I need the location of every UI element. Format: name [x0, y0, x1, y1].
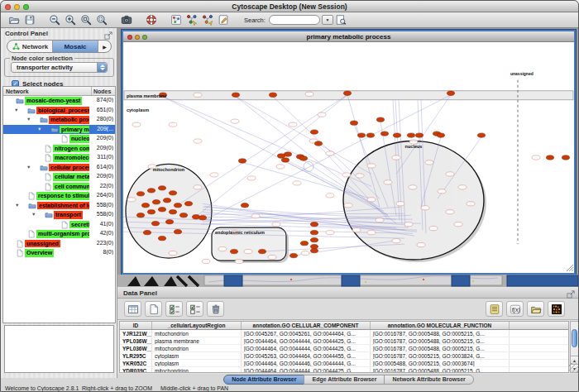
select-attributes-icon[interactable]: [165, 301, 183, 317]
table-row[interactable]: YDR039C__1mitochondrion[GO:0044464, GO:0…: [120, 367, 568, 373]
cytoscape-window: Cytoscape Desktop (New Session) Search: …: [0, 0, 579, 392]
attribute-table-icon[interactable]: [124, 301, 141, 317]
expand-arrow-icon[interactable]: ▼: [37, 127, 41, 131]
status-bar: Welcome to Cytoscape 2.8.1Right-click + …: [1, 385, 578, 392]
tree-row[interactable]: multi-organism pro42(0): [3, 229, 115, 239]
birdseye-view-panel[interactable]: [4, 325, 114, 373]
tree-row[interactable]: ▼establishment of lo558(0): [3, 201, 115, 211]
formula-icon[interactable]: f(x): [506, 301, 524, 317]
tree-row-count: 8(0): [84, 249, 113, 255]
matrix-icon[interactable]: [548, 301, 565, 317]
scrollbar-thumb[interactable]: [572, 329, 577, 347]
file-icon: [44, 154, 52, 162]
search-advanced-icon[interactable]: [333, 13, 348, 26]
expand-arrow-icon[interactable]: ▼: [14, 108, 18, 112]
tree-row[interactable]: ▼biological_process651(0): [3, 106, 115, 116]
table-row[interactable]: YJR121W__1mitochondrion[GO:0045267, GO:0…: [120, 330, 568, 337]
help-icon[interactable]: [143, 13, 159, 27]
expand-arrow-icon[interactable]: ▼: [26, 117, 31, 122]
tree-row-label: multi-organism pro: [36, 230, 89, 238]
tree-row[interactable]: macromolecule311(0): [3, 153, 115, 163]
file-icon: [27, 230, 36, 238]
zoom-in-icon[interactable]: [62, 13, 78, 27]
float-panel-icon[interactable]: [103, 29, 113, 38]
table-cell: [GO:0044464, GO:0044444, GO:0044425, G..…: [242, 367, 371, 373]
browser-tab[interactable]: Node Attribute Browser: [223, 375, 304, 385]
attribute-table-header[interactable]: ID_cellularLayoutRegionannotation.GO CEL…: [120, 322, 568, 330]
svg-text:unassigned: unassigned: [510, 71, 534, 76]
table-cell: [GO:0044464, GO:0044444, GO:0044425, G..…: [242, 337, 371, 344]
network-export-icon[interactable]: [199, 13, 215, 27]
column-header[interactable]: _cellularLayoutRegion: [152, 322, 242, 329]
tab-network[interactable]: Network: [7, 41, 53, 52]
expand-arrow-icon[interactable]: ▼: [31, 212, 36, 217]
table-cell-filler: [510, 345, 568, 351]
annotation-icon[interactable]: [215, 13, 231, 27]
node-color-attribute-select[interactable]: transporter activity: [11, 62, 108, 73]
tree-column-network[interactable]: Network: [3, 87, 91, 95]
tree-row[interactable]: secretion41(0): [3, 220, 115, 230]
search-input[interactable]: [269, 15, 320, 25]
layout-icon[interactable]: [168, 13, 184, 27]
table-row[interactable]: YPL036W__1mitochondrion[GO:0044464, GO:0…: [120, 345, 568, 352]
file-icon: [27, 192, 36, 200]
tab-overflow-arrow[interactable]: ▶: [98, 41, 111, 52]
network-import-icon[interactable]: [184, 13, 199, 27]
tree-row-count: 223(0): [84, 240, 113, 246]
tree-row[interactable]: response to stimulu264(0): [3, 191, 115, 201]
tree-row-count: 209(0): [84, 173, 113, 179]
file-icon: [16, 249, 24, 257]
attribute-table[interactable]: ID_cellularLayoutRegionannotation.GO CEL…: [119, 321, 569, 373]
import-attributes-icon[interactable]: [527, 301, 544, 317]
tree-row[interactable]: mosaic-demo-yeast874(0): [3, 96, 115, 106]
tree-row[interactable]: cell communicat22(0): [3, 182, 115, 192]
tree-row[interactable]: cellular metabo209(0): [3, 172, 115, 182]
network-canvas[interactable]: plasma membranecytoplasmmitochondrionnuc…: [123, 42, 574, 273]
data-panel-resize-grip[interactable]: [569, 363, 579, 373]
tree-row[interactable]: nitrogen compo209(0): [3, 144, 115, 154]
network-tab-icon: [12, 42, 21, 51]
column-header[interactable]: ID: [120, 322, 152, 329]
status-item: Middle-click + drag to PAN: [160, 385, 228, 391]
search-dropdown-button[interactable]: ▼: [322, 15, 333, 25]
tree-row[interactable]: unassigned223(0): [3, 239, 115, 249]
new-attribute-icon[interactable]: [145, 301, 162, 317]
tree-row-label: transport: [54, 211, 83, 219]
snapshot-icon[interactable]: [118, 13, 134, 27]
tree-row[interactable]: Overview8(0): [3, 248, 115, 258]
control-panel-title: Control Panel: [5, 30, 48, 37]
delete-attribute-icon[interactable]: [207, 301, 224, 317]
unselect-attributes-icon[interactable]: [186, 301, 203, 317]
network-view-window[interactable]: primary metabolic process plasma membran…: [122, 30, 576, 275]
browser-tab[interactable]: Edge Attribute Browser: [304, 375, 385, 385]
browser-tab[interactable]: Network Attribute Browser: [384, 375, 473, 385]
zoom-out-icon[interactable]: [46, 13, 62, 27]
toolbar-gap: [159, 20, 168, 21]
attribute-list-icon[interactable]: [486, 301, 503, 317]
tree-column-nodes[interactable]: Nodes: [91, 87, 115, 95]
window-titlebar[interactable]: Cytoscape Desktop (New Session): [1, 1, 578, 12]
open-icon[interactable]: [6, 13, 22, 27]
tree-row[interactable]: ▼cellular process614(0): [3, 163, 115, 173]
column-header[interactable]: annotation.GO MOLECULAR_FUNCTION: [371, 322, 510, 329]
network-tree-header[interactable]: Network Nodes: [3, 87, 115, 96]
zoom-fit-icon[interactable]: [78, 13, 93, 27]
tree-row[interactable]: ▼metabolic process280(0): [3, 115, 115, 125]
zoom-region-icon[interactable]: [93, 13, 109, 27]
expand-arrow-icon[interactable]: ▼: [26, 165, 31, 170]
table-row[interactable]: YKR052Ccytoplasm[GO:0044464, GO:0044446,…: [120, 360, 568, 367]
table-row[interactable]: YLR295Ccytoplasm[GO:0045263, GO:0044464,…: [120, 352, 568, 360]
node-color-selection-legend: Node color selection: [10, 55, 74, 62]
save-icon[interactable]: [22, 13, 37, 27]
network-view-titlebar[interactable]: primary metabolic process: [123, 31, 574, 42]
column-header[interactable]: annotation.GO CELLULAR_COMPONENT: [242, 322, 371, 329]
tree-row[interactable]: ▼transport558(0): [3, 210, 115, 220]
tree-row[interactable]: ▼primary metabo209(...: [3, 125, 115, 135]
table-row[interactable]: YPL036W__2plasma membrane[GO:0044464, GO…: [120, 337, 568, 345]
float-data-panel-icon[interactable]: [566, 288, 576, 297]
file-icon: [16, 240, 24, 248]
tab-mosaic[interactable]: Mosaic: [53, 41, 98, 52]
data-panel-title: Data Panel: [123, 289, 157, 297]
tree-row[interactable]: nucleobase-209(0): [3, 134, 115, 144]
expand-arrow-icon[interactable]: ▼: [15, 203, 19, 208]
